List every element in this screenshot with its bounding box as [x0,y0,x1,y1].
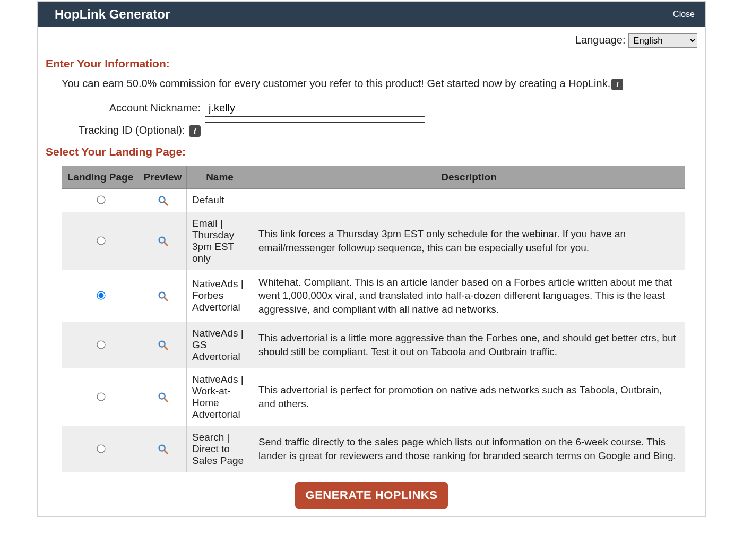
landing-radio[interactable] [97,392,105,401]
landing-radio[interactable] [97,236,105,245]
section-enter-info: Enter Your Information: [46,57,697,70]
svg-line-11 [164,450,167,453]
intro-text: You can earn 50.0% commission for every … [62,77,697,90]
table-row: Search | Direct to Sales PageSend traffi… [62,426,685,472]
landing-radio-cell [62,188,139,212]
magnify-icon[interactable] [157,290,169,301]
magnify-icon[interactable] [157,443,169,454]
info-icon[interactable]: i [189,125,201,137]
magnify-icon[interactable] [157,194,169,205]
name-cell: NativeAds | Work-at-Home Advertorial [187,368,253,426]
th-name: Name [187,166,253,188]
magnify-icon[interactable] [157,339,169,350]
language-row: Language: English [46,33,697,48]
landing-radio-cell [62,322,139,368]
description-cell: This advertorial is a little more aggres… [253,322,685,368]
tracking-label: Tracking ID (Optional): i [46,124,205,137]
table-row: Email | Thursday 3pm EST onlyThis link f… [62,212,685,270]
preview-cell [139,426,187,472]
preview-cell [139,212,187,270]
landing-radio-cell [62,426,139,472]
tracking-row: Tracking ID (Optional): i [46,122,697,139]
svg-line-7 [164,346,167,349]
preview-cell [139,368,187,426]
landing-radio-cell [62,368,139,426]
generate-wrap: GENERATE HOPLINKS [46,482,697,509]
th-landing: Landing Page [62,166,139,188]
table-row: Default [62,188,685,212]
table-row: NativeAds | Forbes AdvertorialWhitehat. … [62,270,685,322]
magnify-icon[interactable] [157,391,169,402]
svg-line-5 [164,297,167,300]
name-cell: Default [187,188,253,212]
landing-radio[interactable] [97,196,105,204]
landing-radio-cell [62,212,139,270]
landing-radio[interactable] [97,444,105,453]
th-description: Description [253,166,685,188]
modal-header: HopLink Generator Close [38,2,705,27]
name-cell: Search | Direct to Sales Page [187,426,253,472]
description-cell: This link forces a Thursday 3pm EST only… [253,212,685,270]
nickname-input[interactable] [205,100,425,117]
svg-line-3 [164,242,167,245]
close-button[interactable]: Close [673,10,695,19]
modal-title: HopLink Generator [55,7,170,22]
name-cell: NativeAds | GS Advertorial [187,322,253,368]
magnify-icon[interactable] [157,235,169,246]
nickname-label: Account Nickname: [46,102,205,114]
generate-hoplinks-button[interactable]: GENERATE HOPLINKS [295,482,448,509]
tracking-input[interactable] [205,122,425,139]
section-landing-page: Select Your Landing Page: [46,145,697,158]
th-preview: Preview [139,166,187,188]
svg-line-1 [164,202,167,205]
nickname-row: Account Nickname: [46,100,697,117]
table-row: NativeAds | GS AdvertorialThis advertori… [62,322,685,368]
description-cell: Send traffic directly to the sales page … [253,426,685,472]
name-cell: Email | Thursday 3pm EST only [187,212,253,270]
preview-cell [139,322,187,368]
hoplink-modal: HopLink Generator Close Language: Englis… [37,1,706,517]
description-cell: This advertorial is perfect for promotio… [253,368,685,426]
description-cell [253,188,685,212]
table-row: NativeAds | Work-at-Home AdvertorialThis… [62,368,685,426]
name-cell: NativeAds | Forbes Advertorial [187,270,253,322]
language-label: Language: [575,34,626,46]
info-icon[interactable]: i [611,79,623,90]
landing-table: Landing Page Preview Name Description De… [62,166,685,472]
preview-cell [139,270,187,322]
language-select[interactable]: English [628,33,697,48]
preview-cell [139,188,187,212]
svg-line-9 [164,398,167,401]
description-cell: Whitehat. Compliant. This is an article … [253,270,685,322]
modal-body: Language: English Enter Your Information… [38,27,705,516]
landing-radio[interactable] [97,340,105,349]
landing-radio[interactable] [97,291,105,300]
landing-radio-cell [62,270,139,322]
